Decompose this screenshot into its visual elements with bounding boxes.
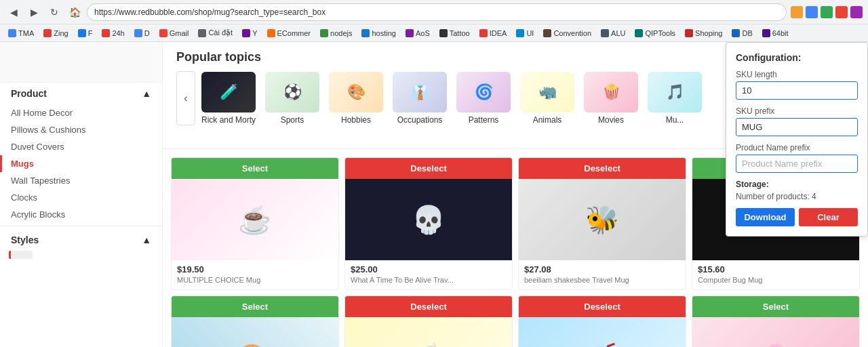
sidebar-item-acrylic-blocks[interactable]: Acrylic Blocks — [0, 206, 162, 223]
sku-prefix-input[interactable] — [736, 118, 858, 136]
product-name-1: What A Time To Be Alive Trav... — [351, 276, 507, 284]
topic-animals[interactable]: 🦏 Animals — [517, 72, 578, 125]
sku-prefix-field: SKU prefix — [736, 106, 858, 136]
sku-length-field: SKU length — [736, 70, 858, 100]
bookmark-64bit[interactable]: 64bit — [758, 28, 793, 39]
sidebar-product-header[interactable]: Product ▲ — [0, 83, 162, 104]
product-info-0: $19.50 MULTIPLE CHOICE Mug — [172, 260, 338, 289]
bookmark-caidat[interactable]: Cài đặt — [194, 27, 237, 39]
clear-button[interactable]: Clear — [799, 208, 858, 226]
product-price-0: $19.50 — [177, 264, 333, 274]
topic-label-rick-and-morty: Rick and Morty — [201, 115, 256, 125]
bookmark-icon-tma — [8, 29, 16, 37]
extension-icon-4 — [835, 6, 848, 18]
url-bar[interactable]: https://www.redbubble.com/shop/mug?searc… — [87, 3, 787, 21]
product-price-3: $15.60 — [698, 264, 854, 274]
carousel-prev-button[interactable]: ‹ — [176, 71, 195, 125]
topic-thumb-music: 🎵 — [648, 72, 702, 113]
browser-icons — [791, 6, 863, 18]
product-price-2: $27.08 — [524, 264, 680, 274]
topic-thumb-movies: 🍿 — [584, 72, 638, 113]
bookmark-d[interactable]: D — [130, 28, 154, 39]
product-image-0: ☕ — [172, 179, 338, 260]
product-card-4: Select 🎨 $18.00 Colorful Mug — [171, 295, 339, 347]
bookmark-gmail[interactable]: Gmail — [155, 28, 193, 39]
sidebar-styles-label: Styles — [11, 234, 39, 245]
bookmark-f[interactable]: F — [74, 28, 97, 39]
bookmark-icon-f — [78, 29, 86, 37]
product-card-7: Select 🌸 $19.99 Floral Pattern Mug — [692, 295, 860, 347]
topic-thumb-hobbies: 🎨 — [329, 72, 383, 113]
bookmark-nodejs[interactable]: nodejs — [316, 28, 356, 39]
topic-occupations[interactable]: 👔 Occupations — [389, 72, 450, 125]
sidebar-item-mugs[interactable]: Mugs — [0, 155, 162, 172]
product-image-4: 🎨 — [172, 317, 338, 347]
bookmark-24h[interactable]: 24h — [98, 28, 128, 39]
product-info-1: $25.00 What A Time To Be Alive Trav... — [345, 260, 512, 289]
sidebar-item-wall-tapestries[interactable]: Wall Tapestries — [0, 172, 162, 189]
bookmark-db[interactable]: DB — [728, 28, 756, 39]
product-name-prefix-input[interactable] — [736, 155, 858, 173]
product-image-5: ☕ — [345, 317, 512, 347]
product-image-1: 💀 — [345, 179, 512, 260]
sidebar-styles-header[interactable]: Styles ▲ — [0, 229, 162, 251]
deselect-button-5[interactable]: Deselect — [345, 296, 512, 317]
bookmark-idea[interactable]: IDEA — [475, 28, 511, 39]
select-button-0[interactable]: Select — [172, 158, 338, 179]
back-button[interactable]: ◀ — [5, 4, 22, 20]
deselect-button-6[interactable]: Deselect — [519, 296, 686, 317]
bookmark-icon-gmail — [159, 29, 167, 37]
bookmark-icon-d — [134, 29, 142, 37]
bookmark-icon-qip — [635, 29, 643, 37]
reload-button[interactable]: ↻ — [46, 4, 62, 20]
bookmark-y[interactable]: Y — [238, 28, 261, 39]
config-actions: Download Clear — [736, 208, 858, 226]
topic-movies[interactable]: 🍿 Movies — [580, 72, 642, 125]
bookmark-alu[interactable]: ALU — [597, 28, 629, 39]
topic-sports[interactable]: ⚽ Sports — [262, 72, 323, 125]
product-image-7: 🌸 — [692, 317, 859, 347]
bookmark-tma[interactable]: TMA — [4, 28, 38, 39]
sidebar-item-clocks[interactable]: Clocks — [0, 189, 162, 206]
bookmark-convention[interactable]: Convention — [539, 28, 595, 39]
extension-icon-3 — [821, 6, 833, 18]
topic-thumb-rick-and-morty: 🧪 — [201, 72, 256, 113]
browser-bar: ◀ ▶ ↻ 🏠 https://www.redbubble.com/shop/m… — [0, 0, 868, 24]
topic-patterns[interactable]: 🌀 Patterns — [453, 72, 514, 125]
sidebar-item-all-home-decor[interactable]: All Home Decor — [0, 104, 162, 121]
product-card-2: Deselect 🐝 $27.08 beeiliam shakesbee Tra… — [518, 157, 686, 290]
select-button-4[interactable]: Select — [172, 296, 338, 317]
product-card-1: Deselect 💀 $25.00 What A Time To Be Aliv… — [344, 157, 513, 290]
bookmark-zing[interactable]: Zing — [39, 28, 72, 39]
bookmark-aos[interactable]: AoS — [401, 28, 434, 39]
bookmark-qip[interactable]: QIPTools — [631, 28, 679, 39]
topic-hobbies[interactable]: 🎨 Hobbies — [326, 72, 387, 125]
bookmark-icon-aos — [406, 29, 414, 37]
download-button[interactable]: Download — [736, 208, 795, 226]
topic-rick-and-morty[interactable]: 🧪 Rick and Morty — [198, 72, 259, 125]
bookmark-icon-shoping — [685, 29, 693, 37]
bookmark-shoping[interactable]: Shoping — [681, 28, 726, 39]
product-name-prefix-label: Product Name prefix — [736, 143, 858, 152]
sidebar-item-pillows-cushions[interactable]: Pillows & Cushions — [0, 121, 162, 138]
product-info-2: $27.08 beeiliam shakesbee Travel Mug — [519, 260, 686, 289]
sku-length-input[interactable] — [736, 81, 858, 100]
deselect-button-1[interactable]: Deselect — [345, 158, 512, 179]
deselect-button-2[interactable]: Deselect — [519, 158, 686, 179]
bookmark-icon-24h — [102, 29, 110, 37]
product-price-1: $25.00 — [351, 264, 507, 274]
bookmark-ui[interactable]: UI — [512, 28, 538, 39]
storage-label: Storage: — [736, 180, 858, 189]
sidebar-item-duvet-covers[interactable]: Duvet Covers — [0, 138, 162, 155]
bookmark-hosting[interactable]: hosting — [357, 28, 399, 39]
select-button-7[interactable]: Select — [692, 296, 859, 317]
home-button[interactable]: 🏠 — [66, 4, 83, 20]
product-name-0: MULTIPLE CHOICE Mug — [177, 276, 333, 284]
forward-button[interactable]: ▶ — [26, 4, 42, 20]
topic-label-hobbies: Hobbies — [341, 115, 371, 125]
bookmark-ecom[interactable]: ECommer — [263, 28, 315, 39]
extension-icon-2 — [806, 6, 818, 18]
num-products-label: Number of products: 4 — [736, 192, 858, 201]
topic-music[interactable]: 🎵 Mu... — [644, 72, 705, 125]
bookmark-tattoo[interactable]: Tattoo — [435, 28, 474, 39]
